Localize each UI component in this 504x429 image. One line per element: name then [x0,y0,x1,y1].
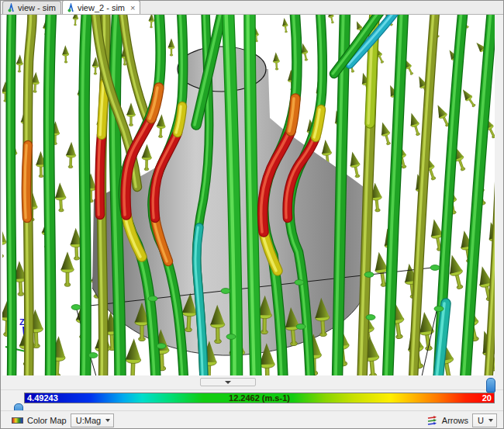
application-window: view - sim view_2 - sim × [0,0,504,429]
arrows-field-select[interactable]: U [472,413,497,427]
scale-mid-value: 12.2462 (m.s-1) [25,393,494,403]
chevron-down-icon [488,419,493,422]
view-tab-bar: view - sim view_2 - sim × [1,1,503,15]
color-map-field-value: U:Mag [76,416,101,425]
chevron-down-icon [225,381,231,384]
arrows-icon [427,416,438,425]
arrows-field-value: U [478,416,484,425]
color-map-scale: 4.49243 12.2462 (m.s-1) 20 [24,393,495,403]
z-axis-label: Z [19,317,25,327]
chevron-down-icon [105,419,110,422]
color-map-field-select[interactable]: U:Mag [71,413,114,427]
tab-view-sim[interactable]: view - sim [2,1,61,14]
color-map-label: Color Map [27,416,67,425]
tab-label: view - sim [18,3,56,12]
bottom-panel: 4.49243 12.2462 (m.s-1) 20 Color Map U:M… [1,375,504,429]
viewport-3d: Z [2,15,495,375]
close-tab-icon[interactable]: × [130,4,135,12]
scene-icon [67,3,75,12]
bottom-toolbar: Color Map U:Mag Arrows U [1,410,504,429]
streamlines [9,15,495,375]
3d-scene-canvas[interactable]: Z [2,15,495,375]
panel-strip [1,375,504,390]
scale-max-slider-handle[interactable] [486,378,495,393]
scene-icon [8,3,16,12]
tab-label: view_2 - sim [78,3,125,12]
collapse-panel-button[interactable] [200,378,256,386]
tab-view2-sim[interactable]: view_2 - sim × [62,0,141,14]
scale-max-value: 20 [482,393,492,403]
color-map-icon [12,417,23,424]
arrows-label: Arrows [442,416,468,425]
